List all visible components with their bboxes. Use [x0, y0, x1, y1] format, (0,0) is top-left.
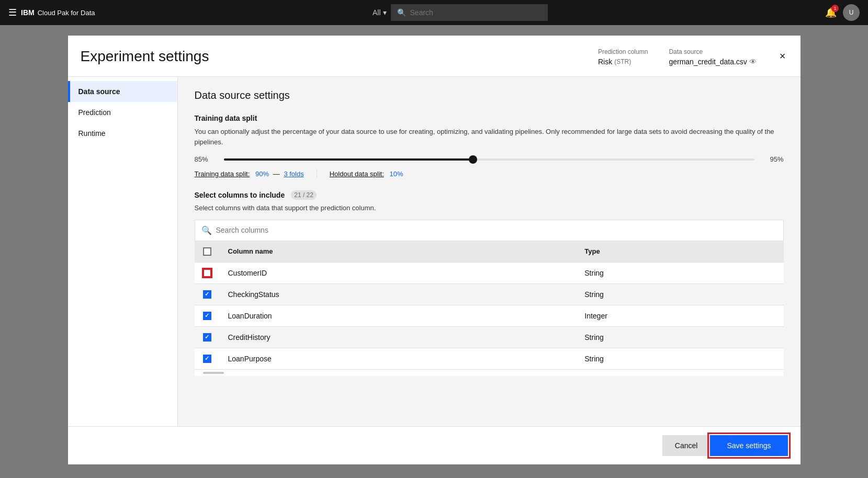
search-input[interactable] — [410, 8, 542, 17]
navbar: ☰ IBM Cloud Pak for Data All ▾ 🔍 🔔 1 U — [0, 0, 868, 25]
notification-badge: 1 — [831, 5, 839, 12]
ibm-label: IBM — [21, 8, 35, 17]
chevron-down-icon: ▾ — [383, 8, 387, 17]
search-icon: 🔍 — [397, 8, 406, 17]
navbar-right: 🔔 1 U — [825, 4, 860, 21]
filter-label: All — [373, 8, 381, 17]
app-logo: IBM Cloud Pak for Data — [21, 8, 95, 17]
avatar[interactable]: U — [843, 4, 860, 21]
product-label: Cloud Pak for Data — [38, 9, 95, 17]
navbar-left: ☰ IBM Cloud Pak for Data — [8, 7, 95, 18]
filter-dropdown[interactable]: All ▾ — [373, 8, 387, 17]
avatar-initials: U — [849, 9, 854, 16]
search-box: 🔍 — [391, 4, 548, 21]
hamburger-icon[interactable]: ☰ — [8, 7, 17, 18]
notification-bell[interactable]: 🔔 1 — [825, 7, 837, 18]
navbar-center: All ▾ 🔍 — [373, 4, 548, 21]
